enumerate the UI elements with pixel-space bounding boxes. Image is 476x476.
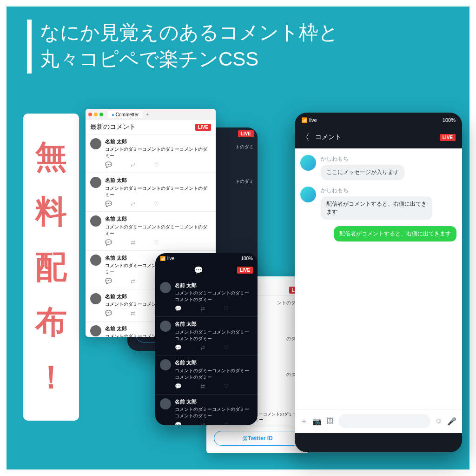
back-icon[interactable]: 〈: [301, 132, 310, 143]
retweet-icon[interactable]: ⇄: [200, 305, 205, 313]
self-message-bubble: 配信者がコメントすると、右側に出てきます: [334, 226, 456, 241]
plus-icon[interactable]: ＋: [300, 416, 308, 426]
browser-tab[interactable]: ● Commetter: [108, 111, 142, 118]
traffic-min-icon[interactable]: [94, 113, 98, 116]
comment-row: 名前 太郎 コメントのダミーコメントのダミーコメントのダミー 💬 ⇄ ♡: [86, 134, 216, 173]
avatar: [90, 177, 101, 188]
badge-char: 無: [35, 136, 67, 178]
camera-icon[interactable]: 📷: [312, 417, 322, 426]
comment-bubble-icon[interactable]: 💬: [194, 266, 203, 275]
avatar: [160, 282, 171, 293]
traffic-max-icon[interactable]: [99, 113, 103, 116]
like-icon[interactable]: ♡: [224, 382, 229, 390]
retweet-icon[interactable]: ⇄: [131, 200, 135, 208]
avatar: [90, 293, 101, 304]
window-tabs: ● Commetter +: [86, 109, 216, 120]
new-tab-button[interactable]: +: [146, 112, 149, 117]
comment-author: 名前 太郎: [105, 215, 211, 222]
message-author: かしわもち: [321, 187, 432, 194]
window-title: 最新のコメント: [90, 123, 136, 131]
reply-icon[interactable]: 💬: [175, 305, 182, 313]
comment-row: 名前 太郎 コメントのダミーコメントのダミーコメントのダミー 💬 ⇄ ♡: [155, 355, 258, 394]
like-icon[interactable]: ♡: [224, 344, 229, 352]
comment-row: 名前 太郎 コメントのダミーコメントのダミーコメントのダミー 💬 ⇄ ♡: [155, 278, 258, 317]
live-badge: LIVE: [440, 134, 456, 141]
comment-author: 名前 太郎: [175, 359, 253, 366]
emoji-icon[interactable]: ☺: [435, 417, 443, 425]
partial-text: トのダミ: [235, 178, 254, 185]
like-icon[interactable]: ♡: [154, 200, 159, 208]
mic-icon[interactable]: 🎤: [447, 417, 456, 426]
retweet-icon[interactable]: ⇄: [200, 344, 205, 352]
reply-icon[interactable]: 💬: [175, 382, 182, 390]
reply-icon[interactable]: 💬: [105, 200, 112, 208]
free-badge: 無 料 配 布 ！: [23, 114, 79, 421]
chat-input-bar: ＋ 📷 🖼 ☺ 🎤: [295, 409, 462, 433]
comment-text: コメントのダミーコメントのダミーコメントのダミー: [105, 185, 211, 198]
header-text: なにか見覚えのあるコメント枠と 丸々コピペで楽チンCSS: [40, 20, 338, 74]
retweet-icon[interactable]: ⇄: [131, 277, 135, 285]
comment-text: コメントのダミーコメントのダミーコメントのダミー: [175, 290, 253, 303]
comment-author: 名前 太郎: [105, 138, 211, 145]
avatar: [90, 138, 101, 149]
signal-icon: 📶 live: [301, 117, 317, 123]
reply-icon[interactable]: 💬: [175, 421, 182, 425]
reply-icon[interactable]: 💬: [105, 277, 112, 285]
reply-icon[interactable]: 💬: [105, 309, 112, 317]
comment-text: コメントのダミーコメントのダミーコメントのダミー: [105, 146, 211, 159]
message-row: かしわもち ここにメッセージが入ります: [300, 155, 456, 180]
comment-author: 名前 太郎: [175, 321, 253, 328]
accent-bar: [27, 20, 32, 74]
like-icon[interactable]: ♡: [224, 421, 229, 425]
chat-title: コメント: [315, 133, 341, 141]
battery-label: 100%: [241, 256, 253, 261]
twitter-id-button[interactable]: @Twitter ID: [214, 431, 301, 446]
comment-row: 名前 太郎 コメントのダミーコメントのダミーコメントのダミー 💬 ⇄ ♡: [155, 317, 258, 355]
avatar: [160, 321, 171, 332]
comment-row: 名前 太郎 コメントのダミーコメントのダミーコメントのダミー 💬 ⇄ ♡: [86, 212, 216, 250]
badge-char: 料: [35, 191, 67, 233]
like-icon[interactable]: ♡: [154, 239, 159, 247]
comment-text: コメントのダミーコメントのダミーコメントのダミー: [105, 224, 211, 237]
dark-phone: 📶 live 100% 💬 LIVE 名前 太郎 コメントのダミーコメントのダミ…: [155, 253, 258, 425]
retweet-icon[interactable]: ⇄: [200, 421, 205, 425]
like-icon[interactable]: ♡: [224, 305, 229, 313]
message-bubble: ここにメッセージが入ります: [321, 165, 404, 180]
window-header: 最新のコメント LIVE: [86, 120, 216, 134]
avatar: [300, 187, 316, 202]
live-badge: LIVE: [238, 130, 254, 137]
retweet-icon[interactable]: ⇄: [131, 239, 135, 247]
avatar: [160, 398, 171, 409]
comment-author: 名前 太郎: [105, 177, 211, 184]
badge-char: 配: [35, 246, 67, 288]
comment-author: 名前 太郎: [175, 398, 253, 405]
live-badge: LIVE: [237, 267, 253, 274]
avatar: [90, 215, 101, 227]
comment-text: コメントのダミーコメントのダミーコメントのダミー: [175, 368, 253, 381]
message-bubble: 配信者がコメントすると、右側に出てきます: [321, 196, 432, 220]
avatar: [90, 325, 101, 336]
retweet-icon[interactable]: ⇄: [131, 161, 135, 169]
retweet-icon[interactable]: ⇄: [131, 309, 135, 317]
header: なにか見覚えのあるコメント枠と 丸々コピペで楽チンCSS: [27, 20, 449, 74]
header-line-2: 丸々コピペで楽チンCSS: [40, 46, 338, 73]
comment-list: 名前 太郎 コメントのダミーコメントのダミーコメントのダミー 💬 ⇄ ♡ 名前 …: [155, 278, 258, 425]
chat-topbar: 〈 コメント LIVE: [295, 128, 462, 148]
avatar: [300, 155, 316, 171]
photo-icon[interactable]: 🖼: [326, 417, 334, 425]
comment-text: コメントのダミーコメントのダミーコメントのダミー: [175, 406, 253, 419]
badge-char: 布: [35, 301, 67, 343]
reply-icon[interactable]: 💬: [175, 344, 182, 352]
reply-icon[interactable]: 💬: [105, 161, 112, 169]
reply-icon[interactable]: 💬: [105, 239, 112, 247]
retweet-icon[interactable]: ⇄: [200, 382, 205, 390]
traffic-close-icon[interactable]: [88, 113, 92, 116]
avatar: [160, 359, 171, 370]
live-badge: LIVE: [195, 124, 211, 131]
chat-phone: 📶 live 100% 〈 コメント LIVE かしわもち ここにメッセージが入…: [295, 113, 462, 452]
like-icon[interactable]: ♡: [154, 161, 159, 169]
chat-thread: かしわもち ここにメッセージが入ります かしわもち 配信者がコメントすると、右側…: [295, 148, 462, 409]
comment-text: コメントのダミーコメントのダミーコメントのダミー: [175, 329, 253, 342]
chat-text-input[interactable]: [338, 414, 430, 428]
battery-label: 100%: [443, 117, 456, 123]
